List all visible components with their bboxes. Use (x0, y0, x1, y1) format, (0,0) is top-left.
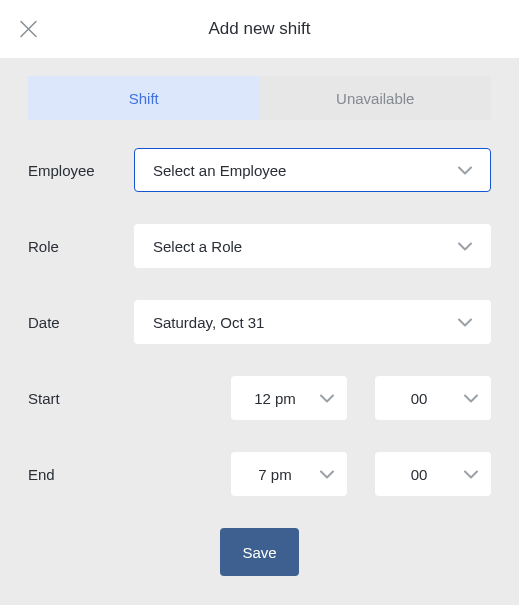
close-button[interactable] (20, 21, 37, 38)
start-hour-select[interactable]: 12 pm (231, 376, 347, 420)
start-label: Start (28, 390, 105, 407)
end-row: End 7 pm 00 (28, 452, 491, 496)
chevron-down-icon (320, 470, 334, 479)
close-icon (20, 21, 37, 38)
modal-header: Add new shift (0, 0, 519, 58)
tab-unavailable[interactable]: Unavailable (260, 76, 492, 120)
save-button[interactable]: Save (220, 528, 298, 576)
role-label: Role (28, 238, 134, 255)
chevron-down-icon (464, 470, 478, 479)
role-select[interactable]: Select a Role (134, 224, 491, 268)
tabs: Shift Unavailable (28, 76, 491, 120)
employee-row: Employee Select an Employee (28, 148, 491, 192)
date-label: Date (28, 314, 134, 331)
chevron-down-icon (458, 166, 472, 175)
start-minute-select[interactable]: 00 (375, 376, 491, 420)
role-select-value: Select a Role (153, 238, 242, 255)
tab-shift[interactable]: Shift (28, 76, 260, 120)
chevron-down-icon (458, 242, 472, 251)
end-minute-value: 00 (388, 466, 450, 483)
employee-label: Employee (28, 162, 134, 179)
start-minute-value: 00 (388, 390, 450, 407)
save-button-label: Save (242, 544, 276, 561)
end-hour-value: 7 pm (244, 466, 306, 483)
chevron-down-icon (320, 394, 334, 403)
add-shift-modal: Add new shift Shift Unavailable Employee… (0, 0, 519, 605)
chevron-down-icon (464, 394, 478, 403)
chevron-down-icon (458, 318, 472, 327)
end-hour-select[interactable]: 7 pm (231, 452, 347, 496)
modal-content: Shift Unavailable Employee Select an Emp… (0, 58, 519, 605)
role-row: Role Select a Role (28, 224, 491, 268)
employee-select[interactable]: Select an Employee (134, 148, 491, 192)
employee-select-value: Select an Employee (153, 162, 286, 179)
start-hour-value: 12 pm (244, 390, 306, 407)
tab-unavailable-label: Unavailable (336, 90, 414, 107)
date-select[interactable]: Saturday, Oct 31 (134, 300, 491, 344)
end-label: End (28, 466, 105, 483)
end-minute-select[interactable]: 00 (375, 452, 491, 496)
tab-shift-label: Shift (129, 90, 159, 107)
save-row: Save (28, 528, 491, 576)
modal-title: Add new shift (0, 19, 519, 39)
date-row: Date Saturday, Oct 31 (28, 300, 491, 344)
date-select-value: Saturday, Oct 31 (153, 314, 264, 331)
start-row: Start 12 pm 00 (28, 376, 491, 420)
